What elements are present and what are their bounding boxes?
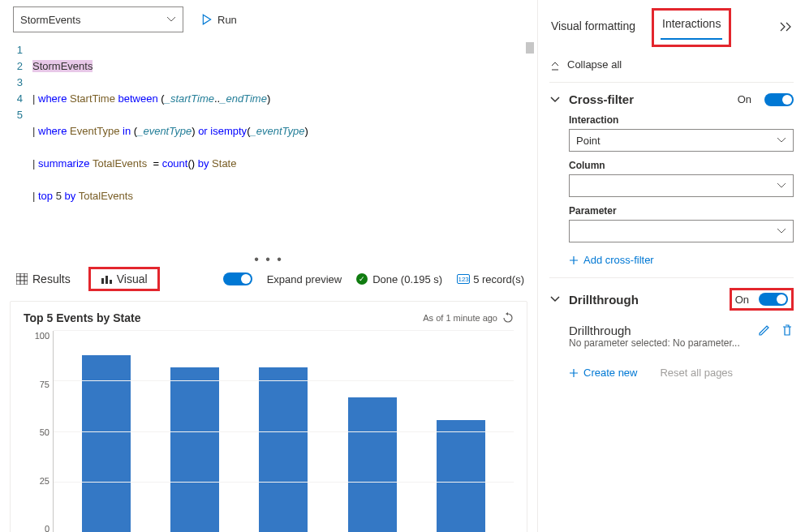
bar-tennessee[interactable] xyxy=(437,420,485,532)
plus-icon xyxy=(569,255,579,265)
query-editor[interactable]: 1 2 3 4 5 StormEvents | where StartTime … xyxy=(0,39,537,256)
interaction-label: Interaction xyxy=(569,114,794,126)
svg-rect-5 xyxy=(101,278,104,284)
bar-chart: 1007550250 MICHIGANMISSOURIARKANSASOKLAH… xyxy=(24,331,514,532)
run-label: Run xyxy=(217,14,237,26)
cross-filter-title: Cross-filter xyxy=(569,92,730,106)
drillthrough-item-title: Drillthrough xyxy=(569,324,740,337)
expand-preview-toggle[interactable] xyxy=(223,272,252,285)
cross-filter-on-label: On xyxy=(738,93,751,105)
table-icon xyxy=(16,273,28,285)
interaction-select[interactable]: Point xyxy=(569,129,794,152)
column-label: Column xyxy=(569,160,794,171)
record-count[interactable]: 123 5 record(s) xyxy=(457,273,524,285)
bar-michigan[interactable] xyxy=(82,355,131,532)
chart-asof: As of 1 minute ago xyxy=(423,313,497,323)
code-area[interactable]: StormEvents | where StartTime between (_… xyxy=(32,42,537,253)
svg-rect-6 xyxy=(105,276,108,284)
plus-icon xyxy=(569,368,579,378)
chevron-down-icon xyxy=(777,135,786,145)
chevron-double-right-icon xyxy=(779,21,794,32)
parameter-select[interactable] xyxy=(569,220,794,242)
chart-title: Top 5 Events by State xyxy=(24,311,140,324)
tab-visual-formatting[interactable]: Visual formatting xyxy=(549,15,637,41)
drillthrough-on-label: On xyxy=(735,294,749,306)
check-icon: ✓ xyxy=(356,273,368,285)
resize-handle[interactable]: • • • xyxy=(0,256,537,263)
create-new-button[interactable]: Create new xyxy=(569,367,637,379)
parameter-label: Parameter xyxy=(569,205,794,217)
records-icon: 123 xyxy=(457,274,470,284)
chevron-down-icon xyxy=(777,226,786,236)
edit-icon[interactable] xyxy=(758,324,771,337)
tab-visual-label: Visual xyxy=(117,272,148,285)
bar-oklahoma[interactable] xyxy=(348,397,397,532)
query-status: ✓ Done (0.195 s) xyxy=(356,273,442,285)
run-button[interactable]: Run xyxy=(193,11,245,29)
chevron-down-icon[interactable] xyxy=(549,95,561,105)
chart-card: Top 5 Events by State As of 1 minute ago… xyxy=(10,301,527,532)
play-icon xyxy=(201,14,213,25)
tab-results[interactable]: Results xyxy=(13,268,74,290)
tab-interactions[interactable]: Interactions xyxy=(661,12,722,40)
svg-rect-7 xyxy=(110,280,112,284)
collapse-all-button[interactable]: Collapse all xyxy=(549,47,794,82)
section-drillthrough: Drillthrough On Drillthrough No paramete… xyxy=(549,277,794,390)
cross-filter-toggle[interactable] xyxy=(764,93,794,106)
tab-results-label: Results xyxy=(32,272,71,285)
chevron-down-icon xyxy=(166,15,176,24)
bar-arkansas[interactable] xyxy=(259,367,308,532)
chevron-down-icon[interactable] xyxy=(549,294,561,304)
line-gutter: 1 2 3 4 5 xyxy=(0,42,32,253)
collapse-icon xyxy=(549,59,561,71)
chart-icon xyxy=(101,273,112,285)
svg-rect-0 xyxy=(16,273,28,285)
expand-pane-button[interactable] xyxy=(779,21,794,35)
reset-all-pages-button[interactable]: Reset all pages xyxy=(660,367,733,379)
drillthrough-title: Drillthrough xyxy=(569,293,721,307)
minimap[interactable] xyxy=(526,42,534,54)
drillthrough-item-subtitle: No parameter selected: No parameter... xyxy=(569,337,740,349)
source-name: StormEvents xyxy=(20,14,80,26)
bar-missouri[interactable] xyxy=(170,367,219,532)
chevron-down-icon xyxy=(777,181,786,191)
tab-visual[interactable]: Visual xyxy=(88,267,160,291)
delete-icon[interactable] xyxy=(781,324,794,337)
add-cross-filter-button[interactable]: Add cross-filter xyxy=(569,254,794,266)
expand-preview-label: Expand preview xyxy=(267,273,342,285)
column-select[interactable] xyxy=(569,174,794,197)
section-cross-filter: Cross-filter On Interaction Point Column… xyxy=(549,82,794,277)
drillthrough-toggle[interactable] xyxy=(759,293,788,306)
source-dropdown[interactable]: StormEvents xyxy=(13,6,183,32)
refresh-icon[interactable] xyxy=(502,312,514,324)
